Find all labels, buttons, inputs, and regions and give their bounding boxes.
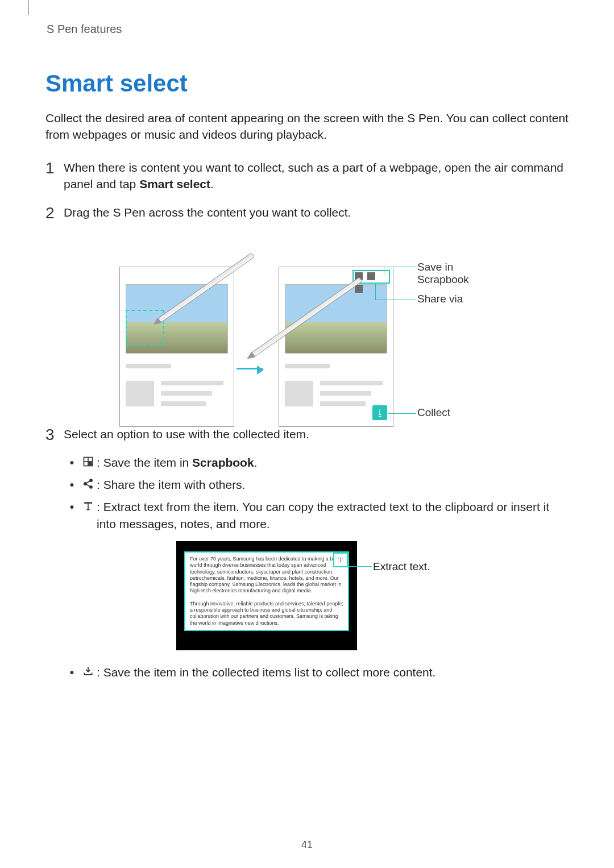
callout-line <box>384 267 417 267</box>
callout-line <box>375 300 416 300</box>
option-list-2: • : Save the item in the collected items… <box>66 664 569 680</box>
bullet-dot: • <box>66 476 74 493</box>
option-share: • : Share the item with others. <box>66 476 569 493</box>
phone-mock-left <box>119 267 234 427</box>
phone-image <box>285 284 387 354</box>
share-icon <box>82 477 94 490</box>
step-3: 3 Select an option to use with the colle… <box>45 426 569 443</box>
running-header: S Pen features <box>47 23 569 36</box>
figure-smart-select: ⭳ Save in Scrapbook Share via Collect <box>119 232 495 409</box>
callout-line <box>384 267 384 276</box>
callout-line <box>349 566 372 567</box>
extract-text-button: T <box>333 553 348 567</box>
scrapbook-icon <box>82 455 94 468</box>
placeholder-line <box>161 381 223 385</box>
toolbar-share-icon <box>367 272 375 280</box>
extract-screen: For over 70 years, Samsung has been dedi… <box>176 541 357 650</box>
intro-paragraph: Collect the desired area of content appe… <box>45 110 569 143</box>
step-number: 2 <box>45 205 64 221</box>
select-toolbar <box>352 270 390 284</box>
option-text: : Save the item in Scrapbook. <box>97 454 569 471</box>
step-number: 3 <box>45 427 64 443</box>
option-extract-text: • : Extract text from the item. You can … <box>66 499 569 532</box>
step-body: Select an option to use with the collect… <box>64 426 569 442</box>
step-1: 1 When there is content you want to coll… <box>45 159 569 193</box>
toolbar-scrapbook-icon <box>355 272 363 280</box>
placeholder-line <box>320 391 371 396</box>
phone-mock-right <box>279 267 393 427</box>
extract-paragraph: For over 70 years, Samsung has been dedi… <box>184 551 349 631</box>
text-pre: : Save the item in <box>97 456 192 469</box>
step-body: Drag the S Pen across the content you wa… <box>64 204 569 221</box>
page-number: 41 <box>0 839 614 851</box>
option-list: • : Save the item in Scrapbook. • <box>66 454 569 533</box>
option-text: : Save the item in the collected items l… <box>97 664 569 680</box>
step-number: 1 <box>45 160 64 176</box>
section-title: Smart select <box>45 70 569 97</box>
toolbar-more-icon <box>355 285 363 293</box>
collect-button: ⭳ <box>372 405 387 420</box>
bullet-dot: • <box>66 454 74 471</box>
text-bold: Scrapbook <box>192 456 254 469</box>
extract-p2: Through innovative, reliable products an… <box>190 601 343 626</box>
step-text-pre: When there is content you want to collec… <box>64 161 563 190</box>
option-scrapbook: • : Save the item in Scrapbook. <box>66 454 569 471</box>
callout-line <box>375 284 376 300</box>
callout-line <box>388 413 416 414</box>
extract-p1: For over 70 years, Samsung has been dedi… <box>190 556 343 593</box>
side-rule <box>28 0 29 15</box>
phone-image <box>126 284 228 354</box>
placeholder-line <box>285 364 330 368</box>
callout-scrapbook: Save in Scrapbook <box>417 261 495 286</box>
figure-extract-text: For over 70 years, Samsung has been dedi… <box>176 541 438 650</box>
placeholder-line <box>320 381 383 385</box>
svg-line-8 <box>86 484 90 487</box>
option-text: : Extract text from the item. You can co… <box>97 499 569 532</box>
placeholder-line <box>161 401 206 406</box>
placeholder-line <box>320 401 366 406</box>
placeholder-line <box>126 364 171 368</box>
callout-share: Share via <box>417 293 463 305</box>
option-text: : Share the item with others. <box>97 476 569 493</box>
svg-line-7 <box>86 481 90 483</box>
option-collect: • : Save the item in the collected items… <box>66 664 569 680</box>
svg-rect-3 <box>89 462 92 464</box>
step-text-bold: Smart select <box>139 177 210 190</box>
step-text-post: . <box>210 177 214 190</box>
text-post: . <box>254 456 258 469</box>
callout-collect: Collect <box>417 406 450 419</box>
placeholder-line <box>126 381 154 406</box>
callout-extract: Extract text. <box>373 560 430 573</box>
placeholder-line <box>161 391 212 396</box>
bullet-dot: • <box>66 499 74 515</box>
text-icon <box>82 500 94 512</box>
download-icon <box>82 665 94 678</box>
arrow-icon <box>237 368 263 369</box>
step-2: 2 Drag the S Pen across the content you … <box>45 204 569 221</box>
bullet-dot: • <box>66 664 74 680</box>
step-body: When there is content you want to collec… <box>64 159 569 193</box>
placeholder-line <box>285 381 313 406</box>
